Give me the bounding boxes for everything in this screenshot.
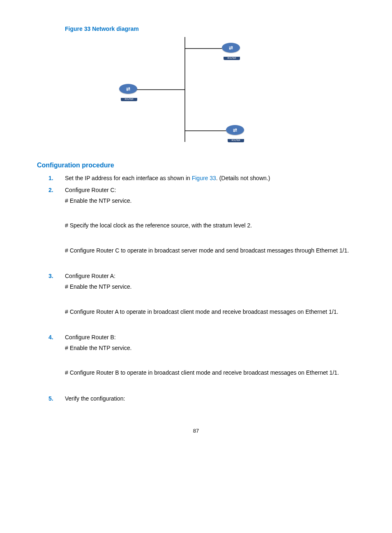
- router-icon-label: ROUTER: [228, 139, 244, 142]
- step-number: 3.: [48, 272, 53, 280]
- figure-caption: Figure 33 Network diagram: [65, 25, 355, 33]
- router-icon-label: ROUTER: [224, 57, 240, 60]
- step-line: Configure Router A:: [65, 272, 355, 280]
- step-body: Configure Router C:# Enable the NTP serv…: [65, 186, 355, 269]
- step-item: 3.Configure Router A:# Enable the NTP se…: [65, 272, 355, 330]
- spacer: [65, 207, 355, 219]
- step-body: Set the IP address for each interface as…: [65, 174, 355, 182]
- router-icon-label: ROUTER: [121, 98, 137, 101]
- spacer: [65, 257, 355, 269]
- step-item: 5.Verify the configuration:: [65, 394, 355, 403]
- router-icon: ⇄ ROUTER: [222, 43, 240, 56]
- step-line: # Configure Router B to operate in broad…: [65, 368, 355, 377]
- text: . (Details not shown.): [216, 175, 270, 181]
- network-diagram: ⇄ ROUTER ⇄ ROUTER ⇄ ROUTER: [86, 37, 355, 148]
- step-body: Verify the configuration:: [65, 394, 355, 403]
- step-body: Configure Router B:# Enable the NTP serv…: [65, 333, 355, 391]
- figure-link[interactable]: Figure 33: [192, 175, 216, 181]
- step-line: # Specify the local clock as the referen…: [65, 221, 355, 229]
- router-icon: ⇄ ROUTER: [119, 84, 137, 97]
- spacer: [65, 380, 355, 391]
- spacer: [65, 318, 355, 330]
- step-line: # Enable the NTP service.: [65, 344, 355, 352]
- step-number: 4.: [48, 333, 53, 341]
- steps-list: 1.Set the IP address for each interface …: [37, 174, 355, 403]
- step-line: Configure Router C:: [65, 186, 355, 194]
- spacer: [65, 232, 355, 244]
- step-body: Configure Router A:# Enable the NTP serv…: [65, 272, 355, 330]
- step-line: # Enable the NTP service.: [65, 283, 355, 291]
- step-line: Configure Router B:: [65, 333, 355, 341]
- step-number: 1.: [48, 174, 53, 182]
- spacer: [65, 294, 355, 305]
- step-item: 4.Configure Router B:# Enable the NTP se…: [65, 333, 355, 391]
- step-item: 2.Configure Router C:# Enable the NTP se…: [65, 186, 355, 269]
- step-line: Verify the configuration:: [65, 394, 355, 403]
- step-number: 5.: [48, 394, 53, 403]
- page-number: 87: [37, 427, 355, 435]
- section-heading: Configuration procedure: [37, 160, 355, 170]
- step-item: 1.Set the IP address for each interface …: [65, 174, 355, 182]
- step-line: Set the IP address for each interface as…: [65, 174, 355, 182]
- text: Set the IP address for each interface as…: [65, 175, 192, 181]
- step-number: 2.: [48, 186, 53, 194]
- step-line: # Configure Router C to operate in broad…: [65, 246, 355, 255]
- router-icon: ⇄ ROUTER: [226, 125, 244, 138]
- step-line: # Enable the NTP service.: [65, 197, 355, 205]
- step-line: # Configure Router A to operate in broad…: [65, 308, 355, 316]
- spacer: [65, 355, 355, 366]
